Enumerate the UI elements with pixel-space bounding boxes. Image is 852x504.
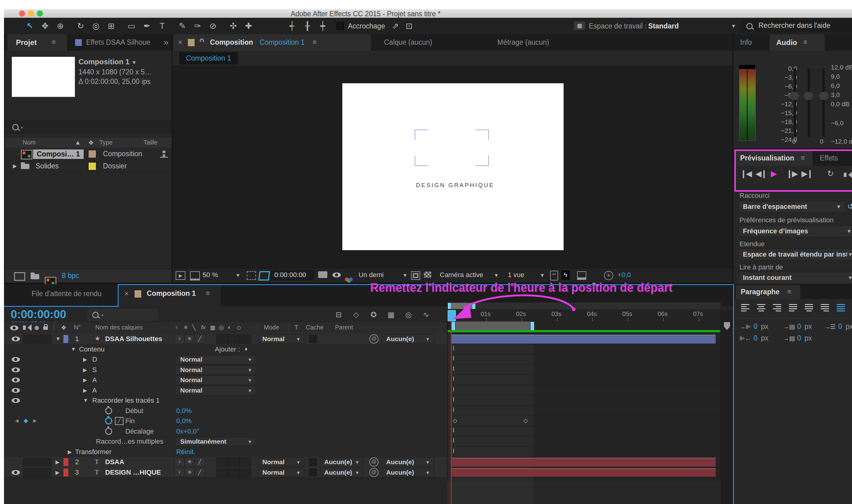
- timeline-menu-icon[interactable]: ≡: [206, 289, 210, 297]
- column-mode[interactable]: Mode: [264, 324, 279, 331]
- local-axis-icon[interactable]: ┽: [285, 20, 299, 32]
- timeline-row-a[interactable]: ▶ANormal▼: [4, 375, 447, 385]
- composition-canvas[interactable]: DESIGN GRAPHIQUE: [342, 83, 563, 250]
- expander-icon[interactable]: ▼: [71, 346, 76, 353]
- always-preview-icon[interactable]: ▶: [176, 271, 186, 280]
- expand-icon[interactable]: ▶: [13, 163, 17, 169]
- group-name[interactable]: Contenu: [79, 345, 105, 353]
- label-column-icon[interactable]: ❖: [61, 324, 67, 331]
- switch-column-icon-3[interactable]: fx: [201, 324, 206, 331]
- tab-render-queue[interactable]: File d'attente de rendu: [32, 290, 101, 298]
- workspace-icon[interactable]: ▦: [574, 21, 585, 30]
- layer-switch-0[interactable]: ♀: [174, 335, 185, 344]
- align-right-button[interactable]: [773, 304, 781, 311]
- viewer-timecode-box[interactable]: 0:00:00:00: [271, 270, 314, 280]
- stopwatch-icon[interactable]: [105, 428, 112, 435]
- group-blend-mode-dropdown[interactable]: Normal▼: [175, 386, 256, 395]
- column-number[interactable]: N°: [74, 324, 81, 331]
- item-name[interactable]: Composi… 1: [33, 149, 84, 159]
- video-column-icon[interactable]: [10, 325, 18, 330]
- expander-icon[interactable]: ▶: [68, 449, 72, 455]
- preserve-transparency-cell[interactable]: [309, 335, 317, 343]
- project-search-bar[interactable]: ▾: [5, 120, 172, 133]
- draft-3d-icon[interactable]: ◇: [350, 309, 362, 320]
- trkmat-dropdown[interactable]: Aucun(e)▼: [320, 468, 363, 478]
- column-taille[interactable]: Taille: [143, 139, 158, 146]
- motion-blur-icon[interactable]: ◎: [402, 309, 415, 320]
- snap-to-features-icon[interactable]: ⊡: [402, 20, 416, 32]
- transform-group-name[interactable]: Transformer: [75, 448, 111, 456]
- timeline-row-design-hique[interactable]: ▶3TDESIGN …HIQUE♀✳╱Normal▼Aucun(e)▼@Aucu…: [4, 467, 447, 478]
- tab-info[interactable]: Info: [740, 38, 752, 47]
- tab-projet[interactable]: Projet ≡: [7, 34, 67, 51]
- align-center-button[interactable]: [757, 304, 765, 311]
- frame-blend-icon[interactable]: ▦: [385, 309, 397, 320]
- item-name[interactable]: Solides: [36, 162, 58, 170]
- first-frame-button[interactable]: ❙◀: [740, 169, 751, 179]
- puppet-pin-tool-icon[interactable]: ✚: [242, 20, 255, 32]
- layer-color-swatch[interactable]: [64, 458, 68, 466]
- eye-icon[interactable]: [12, 337, 20, 341]
- justify-all-button[interactable]: [837, 304, 845, 311]
- tab-previsualisation[interactable]: Prévisualisation ≡: [736, 151, 813, 166]
- expander-icon[interactable]: ▶: [55, 459, 59, 465]
- playfrom-dropdown[interactable]: Instant courant ▼: [738, 272, 852, 284]
- switch-column-icon-4[interactable]: ▦: [210, 324, 215, 331]
- group-blend-mode-dropdown[interactable]: Normal▼: [175, 365, 256, 375]
- resolution-dropdown[interactable]: Un demi: [359, 271, 384, 279]
- column-type[interactable]: Type: [99, 139, 112, 146]
- title-action-safe-icon[interactable]: [258, 271, 270, 281]
- space-before-paragraph-field[interactable]: →☰0px: [824, 322, 852, 332]
- shortcut-dropdown[interactable]: Barre d'espacement ▼: [738, 201, 846, 213]
- expander-icon[interactable]: ▶: [83, 387, 87, 394]
- property-group-name[interactable]: A: [92, 376, 97, 384]
- switch-column-icon-5[interactable]: ◎: [219, 324, 224, 331]
- loop-button[interactable]: ↻: [827, 169, 833, 179]
- property-value[interactable]: 0,0%: [176, 407, 192, 415]
- rotation-tool-icon[interactable]: ↻: [74, 20, 87, 32]
- layer-switch-2[interactable]: ╱: [195, 335, 205, 344]
- parent-dropdown[interactable]: Aucun(e)▼: [382, 457, 434, 467]
- tab-audio[interactable]: Audio ≡: [769, 34, 825, 51]
- timeline-row-d-but[interactable]: Début0,0%: [4, 406, 447, 416]
- transparency-grid-icon[interactable]: [424, 272, 431, 278]
- audio-slider-track[interactable]: [807, 69, 810, 137]
- expander-icon[interactable]: ▶: [83, 377, 87, 383]
- pen-tool-icon[interactable]: ✒: [140, 20, 154, 32]
- timeline-tab-close-icon[interactable]: ×: [124, 289, 129, 298]
- timeline-row-fin[interactable]: ◀◆▶╱Fin0,0%: [4, 416, 447, 427]
- audio-slider-track[interactable]: [822, 69, 825, 137]
- blend-mode-dropdown[interactable]: Normal▼: [258, 457, 304, 467]
- item-label-swatch[interactable]: [88, 162, 96, 170]
- property-group-name[interactable]: D: [92, 356, 97, 363]
- layer-color-swatch[interactable]: [64, 335, 68, 343]
- column-nom[interactable]: Nom: [23, 139, 36, 146]
- blend-mode-dropdown[interactable]: Normal▼: [258, 468, 304, 478]
- previous-frame-button[interactable]: ◀❙: [755, 169, 766, 179]
- field-value[interactable]: 0: [754, 322, 758, 331]
- pan-behind-tool-icon[interactable]: ⊞: [105, 20, 118, 32]
- timeline-row-dsaa-silhouettes[interactable]: ▼1★DSAA Silhouettes♀✳╱Normal▼@Aucun(e)▼: [4, 334, 447, 344]
- tab-calque[interactable]: Calque (aucun): [384, 38, 432, 47]
- keyframe-diamond-icon[interactable]: ◇: [523, 417, 528, 424]
- selection-tool-icon[interactable]: ↖: [23, 20, 36, 32]
- timeline-timecode[interactable]: 0:00:00:00: [11, 308, 66, 321]
- lock-column-icon[interactable]: [43, 326, 48, 330]
- timeline-row-transformer[interactable]: ▶TransformerRéinit.: [4, 447, 447, 457]
- parent-dropdown[interactable]: Aucun(e)▼: [382, 335, 434, 344]
- view-layout-dropdown[interactable]: 1 vue: [508, 271, 524, 279]
- layer-name[interactable]: DESIGN …HIQUE: [105, 468, 161, 476]
- framerate-dropdown[interactable]: Fréquence d’images ▼: [738, 226, 852, 237]
- project-list-item[interactable]: ▶SolidesDossier: [5, 160, 172, 173]
- preview-menu-icon[interactable]: ≡: [801, 154, 805, 162]
- workspace-caret-icon[interactable]: ▼: [731, 23, 736, 30]
- show-snapshot-icon[interactable]: [332, 272, 341, 277]
- close-window-button[interactable]: [19, 11, 25, 17]
- layer-duration-bar[interactable]: [451, 458, 716, 467]
- add-property-icon[interactable]: ◑: [244, 345, 247, 353]
- timeline-row-dsaa[interactable]: ▶2TDSAA♀✳╱Normal▼Aucun(e)▼@Aucun(e)▼: [4, 457, 447, 468]
- parent-pickwhip-icon[interactable]: @: [369, 468, 379, 477]
- solo-column-icon[interactable]: [35, 326, 39, 330]
- timeline-search-box[interactable]: ▾: [87, 309, 158, 321]
- view-layout-caret-icon[interactable]: ▼: [540, 272, 545, 278]
